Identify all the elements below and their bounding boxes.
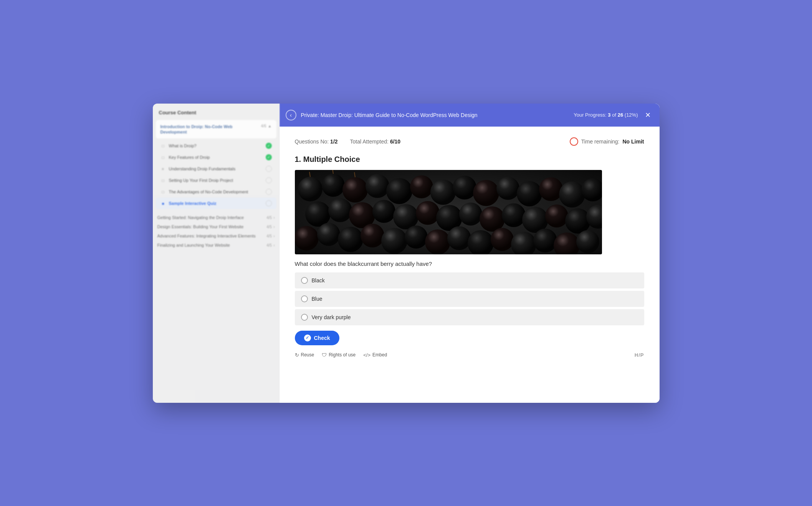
svg-point-40 — [533, 229, 557, 252]
sidebar-section-arrow-icon: ▲ — [268, 124, 272, 128]
svg-point-7 — [430, 180, 456, 205]
content-area: ‹ Private: Master Droip: Ultimate Guide … — [279, 104, 660, 403]
option-purple[interactable]: Very dark purple — [295, 309, 644, 325]
time-remaining: Time remaining: No Limit — [570, 137, 644, 146]
chevron-left-icon: ‹ — [290, 112, 292, 118]
option-label-black: Black — [312, 277, 325, 283]
svg-point-15 — [305, 201, 331, 227]
option-blue[interactable]: Blue — [295, 291, 644, 307]
svg-point-24 — [502, 203, 526, 227]
sidebar-group-title: Finalizing and Launching Your Website 4/… — [157, 243, 275, 247]
sidebar-item-label: Understanding Droip Fundamentals — [169, 166, 263, 171]
progress-circle-empty — [266, 177, 272, 183]
progress-circle-empty — [266, 200, 272, 206]
sidebar-item-key-features[interactable]: □ Key Features of Droip ✓ — [156, 152, 276, 163]
svg-point-31 — [338, 227, 363, 252]
svg-point-33 — [381, 228, 407, 254]
chevron-right-icon: › — [273, 243, 275, 247]
total-attempted: Total Attempted: 6/10 — [350, 138, 401, 145]
svg-point-4 — [365, 174, 389, 198]
sidebar-section-header: Introduction to Droip: No-Code Web Devel… — [160, 124, 272, 135]
sidebar-group-getting-started[interactable]: Getting Started: Navigating the Droip In… — [153, 212, 279, 221]
progress-circle-empty — [266, 166, 272, 172]
sidebar-title: Course Content — [153, 110, 279, 120]
main-container: Course Content Introduction to Droip: No… — [153, 104, 660, 403]
check-button-label: Check — [314, 335, 330, 341]
time-value: No Limit — [623, 138, 644, 145]
svg-point-19 — [393, 204, 418, 229]
svg-point-13 — [559, 181, 585, 208]
sidebar-group-meta: 4/5 — [266, 225, 272, 229]
progress-total: 26 — [618, 112, 623, 118]
sidebar-group-design[interactable]: Design Essentials: Building Your First W… — [153, 221, 279, 231]
total-attempted-value: 6/10 — [390, 138, 400, 145]
svg-point-5 — [386, 178, 412, 204]
document-icon: □ — [160, 144, 166, 148]
sidebar-item-label: The Advantages of No-Code Development — [169, 189, 263, 194]
document-icon: □ — [160, 190, 166, 194]
questions-no-value: 1/2 — [330, 138, 337, 145]
progress-indicator: Your Progress: 3 of 26 (12%) — [574, 112, 638, 118]
document-icon: □ — [160, 178, 166, 183]
svg-point-20 — [416, 201, 440, 225]
rights-link[interactable]: 🛡 Rights of use — [322, 352, 356, 358]
option-black[interactable]: Black — [295, 272, 644, 288]
quiz-icon: ■ — [160, 201, 166, 206]
sidebar: Course Content Introduction to Droip: No… — [153, 104, 279, 403]
radio-blue[interactable] — [301, 295, 308, 302]
reuse-icon: ↻ — [295, 352, 299, 358]
reuse-link[interactable]: ↻ Reuse — [295, 352, 314, 358]
svg-point-38 — [491, 228, 514, 251]
chevron-right-icon: › — [273, 234, 275, 238]
sidebar-active-section[interactable]: Introduction to Droip: No-Code Web Devel… — [156, 120, 276, 139]
hp-logo: H/P — [635, 352, 644, 358]
timer-icon — [570, 137, 578, 146]
embed-link[interactable]: </> Embed — [363, 352, 387, 358]
sidebar-item-quiz[interactable]: ■ Sample Interactive Quiz — [156, 198, 276, 209]
sidebar-item-setup[interactable]: □ Setting Up Your First Droip Project — [156, 175, 276, 186]
sidebar-item-label: Key Features of Droip — [169, 155, 263, 160]
svg-point-26 — [545, 204, 568, 227]
svg-point-16 — [328, 198, 352, 222]
quiz-content: Questions No: 1/2 Total Attempted: 6/10 … — [279, 127, 660, 403]
svg-point-18 — [372, 200, 395, 223]
svg-point-12 — [539, 177, 563, 201]
close-button[interactable]: ✕ — [643, 110, 653, 120]
svg-point-11 — [517, 181, 542, 206]
sidebar-item-what-is-droip[interactable]: □ What is Droip? ✓ — [156, 140, 276, 152]
document-icon: ≡ — [160, 167, 166, 171]
code-icon: </> — [363, 352, 370, 358]
svg-point-29 — [295, 226, 319, 251]
option-label-blue: Blue — [312, 296, 322, 302]
svg-point-8 — [453, 176, 476, 199]
progress-circle-empty — [266, 189, 272, 195]
sidebar-group-finalizing[interactable]: Finalizing and Launching Your Website 4/… — [153, 240, 279, 249]
sidebar-item-advantages[interactable]: □ The Advantages of No-Code Development — [156, 186, 276, 198]
svg-point-22 — [459, 203, 482, 226]
svg-point-42 — [576, 230, 599, 253]
sidebar-item-fundamentals[interactable]: ≡ Understanding Droip Fundamentals — [156, 163, 276, 175]
questions-no: Questions No: 1/2 — [295, 138, 338, 145]
question-text: What color does the blackcurrant berry a… — [295, 260, 644, 267]
quiz-meta-row: Questions No: 1/2 Total Attempted: 6/10 … — [295, 137, 644, 146]
sidebar-group-advanced[interactable]: Advanced Features: Integrating Interacti… — [153, 231, 279, 240]
sidebar-item-label: Setting Up Your First Droip Project — [169, 178, 263, 183]
svg-point-2 — [322, 174, 345, 197]
check-icon: ✓ — [266, 154, 272, 160]
svg-point-27 — [565, 208, 590, 234]
course-title: Private: Master Droip: Ultimate Guide to… — [301, 112, 569, 118]
radio-black[interactable] — [301, 277, 308, 284]
chevron-right-icon: › — [273, 225, 275, 229]
svg-point-1 — [298, 177, 322, 201]
rights-label: Rights of use — [329, 352, 356, 358]
top-bar: ‹ Private: Master Droip: Ultimate Guide … — [279, 104, 660, 127]
radio-purple[interactable] — [301, 314, 308, 321]
svg-point-10 — [496, 177, 519, 200]
back-button[interactable]: ‹ — [286, 110, 296, 120]
sidebar-group-title: Design Essentials: Building Your First W… — [157, 224, 275, 229]
svg-point-9 — [473, 180, 499, 206]
sidebar-group-meta: 4/5 — [266, 216, 272, 220]
svg-point-32 — [361, 224, 384, 247]
check-button[interactable]: ✓ Check — [295, 331, 339, 345]
sidebar-section-title: Introduction to Droip: No-Code Web Devel… — [160, 124, 258, 135]
